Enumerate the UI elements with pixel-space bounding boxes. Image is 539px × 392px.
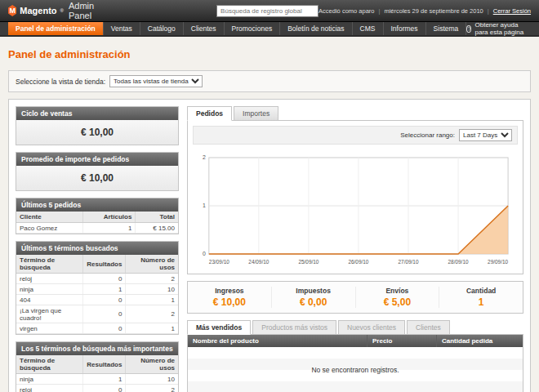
column-header: Número de usos	[126, 355, 178, 374]
table-cell: 2	[126, 305, 178, 323]
total-label: Ingresos	[188, 287, 271, 295]
tab[interactable]: Importes	[234, 106, 278, 121]
totals-row: Ingresos€ 10,00Impuestos€ 0,00Envíos€ 5,…	[187, 281, 523, 314]
box-title: Los 5 términos de búsqueda más important…	[16, 342, 178, 355]
total-cell: Envíos€ 5,00	[355, 287, 439, 308]
store-switcher-select[interactable]: Todas las vistas de tienda	[109, 75, 203, 87]
table-cell: € 15.00	[136, 223, 178, 234]
svg-text:27/09/10: 27/09/10	[399, 259, 419, 265]
nav-item[interactable]: Ventas	[104, 22, 140, 35]
dashboard-main: Ciclo de ventas € 10,00 Promedio de impo…	[8, 99, 531, 392]
global-search-input[interactable]	[216, 5, 318, 17]
last-search-terms-table: Término de búsquedaResultadosNúmero de u…	[16, 255, 178, 334]
tab[interactable]: Pedidos	[187, 106, 232, 121]
box-title: Ciclo de ventas	[16, 107, 178, 120]
nav-item[interactable]: Informes	[384, 22, 426, 35]
logged-in-as: Accedió como aparo	[318, 7, 374, 15]
lifetime-sales-box: Ciclo de ventas € 10,00	[16, 106, 179, 145]
nav-item[interactable]: CMS	[353, 22, 384, 35]
total-value: 1	[439, 296, 523, 308]
column-header: Término de búsqueda	[16, 355, 83, 374]
table-cell: 1	[126, 295, 178, 305]
table-cell: 0	[83, 295, 126, 305]
svg-text:1: 1	[203, 203, 206, 208]
nav-item[interactable]: Sistema	[426, 22, 467, 35]
magento-logo: M Magento® Admin Panel	[8, 1, 106, 20]
chart-toolbar: Seleccionar rango: Last 7 Days	[193, 126, 518, 145]
diagram-panel: Seleccionar rango: Last 7 Days 01223/09/…	[187, 120, 523, 274]
table-cell: Paco Gomez	[16, 223, 82, 234]
help-icon	[466, 25, 471, 33]
table-cell: 2	[126, 385, 178, 392]
total-cell: Impuestos€ 0,00	[271, 287, 355, 308]
average-orders-value: € 10,00	[16, 166, 178, 190]
tab: Productos más vistos	[252, 320, 336, 335]
table-cell: ninja	[16, 284, 83, 295]
dashboard-right-column: PedidosImportes Seleccionar rango: Last …	[187, 106, 523, 392]
svg-text:25/09/10: 25/09/10	[298, 259, 318, 265]
main-nav: Panel de administraciónVentasCatálogoCli…	[0, 22, 539, 37]
svg-text:29/09/10: 29/09/10	[488, 259, 508, 265]
help-link[interactable]: Obtener ayuda para esta página	[466, 22, 531, 35]
column-header: Artículos	[82, 212, 136, 223]
range-label: Seleccionar rango:	[400, 131, 455, 139]
column-header: Nombre del producto	[188, 335, 368, 347]
svg-text:26/09/10: 26/09/10	[348, 259, 368, 265]
box-title: Últimos 5 términos buscados	[16, 242, 178, 255]
total-value: € 10,00	[188, 296, 271, 308]
separator: |	[378, 7, 380, 15]
total-label: Cantidad	[439, 287, 523, 295]
dashboard-left-column: Ciclo de ventas € 10,00 Promedio de impo…	[16, 106, 179, 392]
svg-text:0: 0	[203, 251, 206, 256]
column-header: Resultados	[83, 355, 126, 374]
last-orders-table: ClienteArtículosTotal Paco Gomez1€ 15.00	[16, 212, 178, 234]
table-cell: 2	[126, 274, 178, 284]
logout-link[interactable]: Cerrar Sesión	[493, 7, 531, 15]
table-cell: 0	[83, 385, 126, 392]
header-meta: Accedió como aparo | miércoles 29 de sep…	[318, 7, 531, 15]
grid-tabs: Más vendidosProductos más vistosNuevos c…	[187, 320, 523, 335]
top-search-terms-box: Los 5 términos de búsqueda más important…	[16, 341, 179, 392]
table-row: ninja110	[16, 374, 178, 385]
tab[interactable]: Más vendidos	[187, 320, 251, 335]
table-row: ninja110	[16, 284, 178, 295]
column-header: Cantidad pedida	[437, 335, 523, 347]
table-cell: 0	[83, 323, 126, 334]
nav-item[interactable]: Promociones	[225, 22, 281, 35]
table-cell: 10	[126, 284, 178, 295]
column-header: Término de búsqueda	[16, 255, 83, 274]
trademark-symbol: ®	[60, 8, 64, 13]
nav-item[interactable]: Boletín de noticias	[280, 22, 352, 35]
svg-text:2: 2	[203, 154, 206, 160]
nav-item[interactable]: Clientes	[184, 22, 225, 35]
total-label: Impuestos	[272, 287, 355, 295]
range-select[interactable]: Last 7 Days	[459, 129, 512, 141]
last-orders-box: Últimos 5 pedidos ClienteArtículosTotal …	[16, 198, 179, 234]
table-row: Paco Gomez1€ 15.00	[16, 223, 178, 234]
magento-logo-icon: M	[8, 5, 16, 16]
table-cell: 1	[126, 323, 178, 334]
table-row: reloj02	[16, 274, 178, 284]
top-header: M Magento® Admin Panel Accedió como apar…	[0, 0, 539, 22]
column-header: Total	[136, 212, 178, 223]
table-cell: ¡La virgen que cuadro!	[16, 305, 83, 323]
empty-records-message: No se encontraron registros.	[188, 347, 523, 392]
average-orders-box: Promedio de importe de pedidos € 10,00	[16, 152, 179, 191]
store-switcher: Seleccione la vista de tienda: Todas las…	[8, 70, 531, 92]
total-cell: Ingresos€ 10,00	[188, 287, 271, 308]
table-row: ¡La virgen que cuadro!02	[16, 305, 178, 323]
bestsellers-panel: Nombre del productoPrecioCantidad pedida…	[187, 334, 523, 392]
orders-chart: 01223/09/1024/09/1025/09/1026/09/1027/09…	[194, 151, 516, 267]
global-search	[216, 5, 318, 17]
last-search-terms-box: Últimos 5 términos buscados Término de b…	[16, 241, 179, 335]
nav-item[interactable]: Panel de administración	[8, 22, 104, 35]
page-title: Panel de administración	[8, 48, 531, 60]
separator: |	[488, 7, 489, 15]
table-cell: ninja	[16, 374, 83, 385]
logo-brand: Magento	[20, 6, 56, 16]
total-cell: Cantidad1	[439, 287, 523, 308]
header-date: miércoles 29 de septiembre de 2010	[384, 7, 483, 15]
table-cell: 1	[83, 374, 126, 385]
table-cell: 1	[82, 223, 136, 234]
nav-item[interactable]: Catálogo	[140, 22, 184, 35]
